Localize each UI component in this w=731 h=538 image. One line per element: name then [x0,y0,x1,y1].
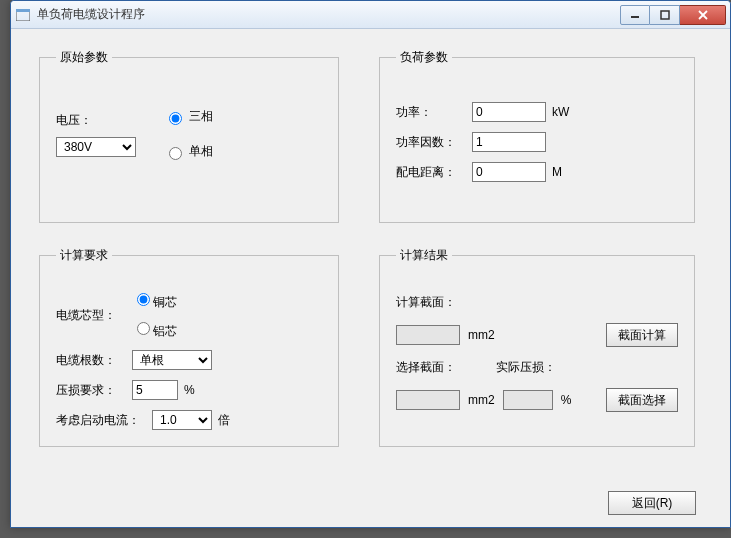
actual-loss-label: 实际压损： [496,359,556,376]
voltage-select[interactable]: 380V [56,137,136,157]
group-original-legend: 原始参数 [56,49,112,66]
voltage-label: 电压： [56,112,132,129]
start-select[interactable]: 1.0 [152,410,212,430]
maximize-button[interactable] [650,5,680,25]
calc-section-unit: mm2 [468,328,495,342]
app-window: 单负荷电缆设计程序 原始参数 电压： 380V [10,0,731,528]
distance-input[interactable] [472,162,546,182]
svg-rect-3 [661,11,669,19]
start-label: 考虑启动电流： [56,412,152,429]
calc-section-label: 计算截面： [396,295,456,309]
group-load-legend: 负荷参数 [396,49,452,66]
group-calc-req: 计算要求 电缆芯型： 铜芯 铝芯 电缆根数： 单根 压损要求： % [39,247,339,447]
distance-unit: M [552,165,562,179]
app-icon [15,7,31,23]
sel-section-unit: mm2 [468,393,495,407]
calc-section-button[interactable]: 截面计算 [606,323,678,347]
radio-three-phase[interactable]: 三相 [164,108,213,125]
loss-unit: % [184,383,195,397]
count-label: 电缆根数： [56,352,132,369]
core-label: 电缆芯型： [56,307,132,324]
group-load-params: 负荷参数 功率： kW 功率因数： 配电距离： M [379,49,695,223]
group-original-params: 原始参数 电压： 380V 三相 单相 [39,49,339,223]
actual-loss-unit: % [561,393,572,407]
group-result-legend: 计算结果 [396,247,452,264]
group-calcreq-legend: 计算要求 [56,247,112,264]
titlebar: 单负荷电缆设计程序 [11,1,730,29]
select-section-button[interactable]: 截面选择 [606,388,678,412]
radio-single-phase[interactable]: 单相 [164,143,213,160]
calc-section-output [396,325,460,345]
count-select[interactable]: 单根 [132,350,212,370]
distance-label: 配电距离： [396,164,472,181]
window-title: 单负荷电缆设计程序 [37,6,620,23]
svg-rect-1 [16,9,30,12]
sel-section-output [396,390,460,410]
radio-aluminum[interactable]: 铝芯 [132,319,177,340]
loss-input[interactable] [132,380,178,400]
start-unit: 倍 [218,412,230,429]
power-input[interactable] [472,102,546,122]
actual-loss-output [503,390,553,410]
return-button[interactable]: 返回(R) [608,491,696,515]
minimize-button[interactable] [620,5,650,25]
group-result: 计算结果 计算截面： mm2 截面计算 选择截面： 实际压损： [379,247,695,447]
radio-copper[interactable]: 铜芯 [132,290,177,311]
pf-label: 功率因数： [396,134,472,151]
window-controls [620,5,726,25]
power-label: 功率： [396,104,472,121]
pf-input[interactable] [472,132,546,152]
close-button[interactable] [680,5,726,25]
client-area: 原始参数 电压： 380V 三相 单相 [11,29,730,527]
power-unit: kW [552,105,569,119]
sel-section-label: 选择截面： [396,359,456,376]
loss-label: 压损要求： [56,382,132,399]
